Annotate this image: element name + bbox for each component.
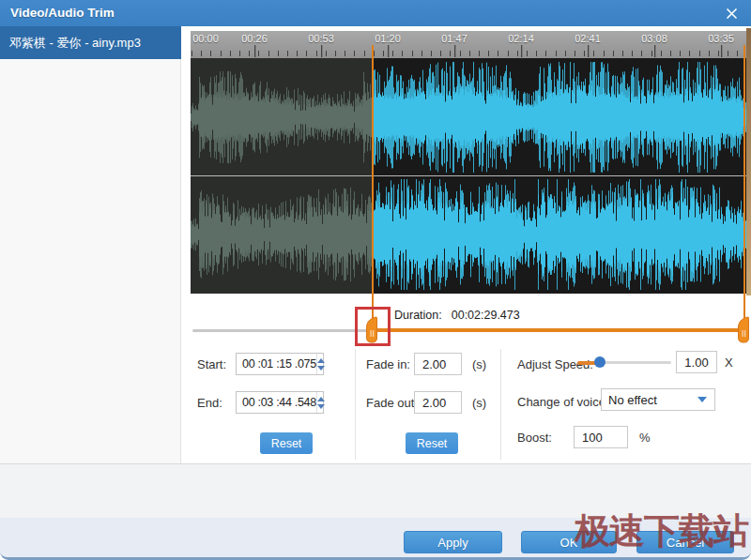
- spin-down-icon[interactable]: [317, 366, 325, 371]
- close-icon: [726, 8, 738, 20]
- boost-value: 100: [582, 431, 603, 445]
- fade-reset-button[interactable]: Reset: [406, 432, 458, 454]
- ruler-label: 01:20: [375, 33, 401, 44]
- duration-label: Duration:: [394, 309, 442, 322]
- trim-end-marker-line[interactable]: [743, 45, 745, 323]
- selection-duration: Duration:00:02:29.473: [394, 309, 520, 322]
- speed-input[interactable]: 1.00: [676, 351, 717, 373]
- voice-dropdown[interactable]: No effect: [601, 388, 715, 411]
- start-time-value: 00 :01 :15 .075: [237, 357, 316, 371]
- voice-label: Change of voice:: [517, 395, 609, 409]
- fade-in-value: 2.00: [422, 357, 446, 371]
- fade-in-unit: (s): [472, 357, 486, 371]
- ruler-label: 00:00: [192, 33, 219, 44]
- boost-input[interactable]: 100: [574, 426, 628, 448]
- speed-slider-thumb[interactable]: [594, 356, 605, 368]
- start-time-spinner[interactable]: [316, 354, 325, 374]
- start-time-input[interactable]: 00 :01 :15 .075: [236, 353, 324, 375]
- ruler-label: 01:47: [441, 33, 467, 44]
- trim-start-marker-line[interactable]: [372, 45, 374, 331]
- fade-in-label: Fade in:: [366, 357, 410, 371]
- timeline-ruler[interactable]: 00:00 00:26 00:53 01:20 01:47 02:14 02:4…: [191, 31, 746, 58]
- fade-out-unit: (s): [472, 396, 486, 410]
- fade-out-input[interactable]: 2.00: [414, 391, 462, 414]
- close-button[interactable]: [721, 4, 742, 23]
- spin-down-icon[interactable]: [317, 404, 325, 409]
- playlist-item-selected[interactable]: 邓紫棋 - 爱你 - ainy.mp3: [0, 26, 181, 59]
- speed-unit: X: [725, 356, 733, 370]
- title-bar: Video/Audio Trim: [0, 0, 751, 26]
- end-time-spinner[interactable]: [316, 392, 325, 413]
- drag-handle-icon: [737, 316, 749, 343]
- trim-end-handle[interactable]: [737, 316, 749, 343]
- spin-up-icon[interactable]: [317, 358, 325, 363]
- column-divider: [500, 349, 501, 460]
- boost-unit: %: [639, 431, 651, 445]
- annotation-highlight-box: [355, 307, 391, 346]
- ruler-label: 00:53: [308, 33, 334, 44]
- site-watermark: 极速下载站: [575, 507, 748, 555]
- end-time-input[interactable]: 00 :03 :44 .548: [236, 391, 324, 414]
- fade-out-value: 2.00: [422, 396, 446, 410]
- column-divider: [355, 349, 356, 460]
- speed-value: 1.00: [684, 356, 708, 370]
- ruler-label: 02:41: [575, 33, 601, 44]
- trim-range-selected[interactable]: [373, 328, 744, 332]
- boost-label: Boost:: [517, 431, 552, 445]
- voice-selected-value: No effect: [602, 393, 697, 407]
- chevron-down-icon: [697, 397, 707, 402]
- speed-slider[interactable]: [577, 356, 671, 369]
- duration-value: 00:02:29.473: [452, 309, 520, 322]
- ruler-label: 03:08: [641, 33, 667, 44]
- apply-button[interactable]: Apply: [404, 531, 502, 553]
- waveform-canvas[interactable]: [191, 58, 746, 294]
- ruler-label: 02:14: [508, 33, 534, 44]
- ruler-label: 03:35: [708, 33, 734, 44]
- fade-in-input[interactable]: 2.00: [414, 353, 462, 375]
- file-list-sidebar: 邓紫棋 - 爱你 - ainy.mp3: [0, 26, 181, 463]
- ruler-label: 00:26: [241, 33, 268, 44]
- trim-reset-button[interactable]: Reset: [260, 432, 313, 454]
- trim-dialog: Video/Audio Trim 邓紫棋 - 爱你 - ainy.mp3 00:…: [0, 0, 751, 560]
- dialog-title: Video/Audio Trim: [10, 0, 115, 26]
- start-label: Start:: [197, 357, 226, 371]
- end-time-value: 00 :03 :44 .548: [237, 396, 316, 409]
- spin-up-icon[interactable]: [317, 397, 325, 401]
- panel-right-edge: [746, 28, 751, 295]
- end-label: End:: [197, 396, 222, 410]
- fade-out-label: Fade out:: [366, 396, 418, 410]
